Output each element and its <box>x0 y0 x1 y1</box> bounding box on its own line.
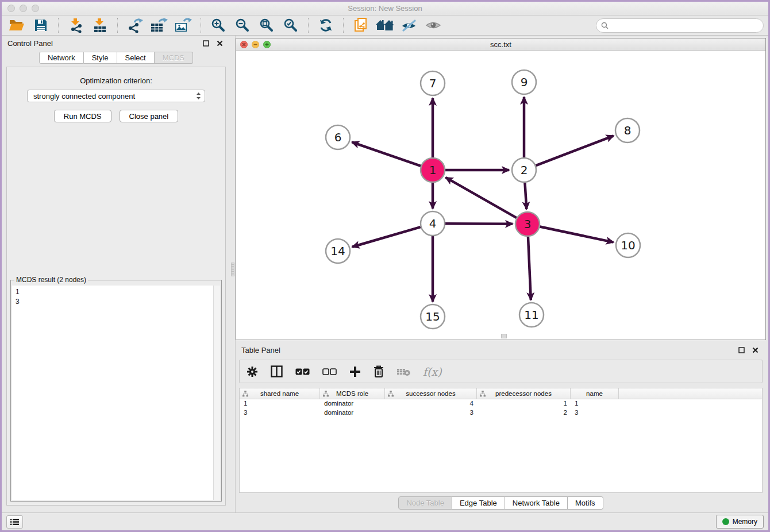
function-icon[interactable]: f(x) <box>423 365 442 378</box>
open-session-icon[interactable] <box>6 17 27 34</box>
zoom-window-icon[interactable] <box>32 5 39 12</box>
cell-shared-name[interactable]: 3 <box>240 408 320 418</box>
tab-mcds[interactable]: MCDS <box>155 52 193 64</box>
network-window: scc.txt 7968124314101511 <box>236 38 766 340</box>
export-table-icon[interactable] <box>149 17 170 34</box>
unselect-all-icon[interactable] <box>322 368 337 375</box>
cell-successor-nodes[interactable]: 3 <box>385 408 477 418</box>
graph-edge-4-14[interactable] <box>352 227 421 247</box>
graph-node-1[interactable]: 1 <box>421 158 445 182</box>
import-table-icon[interactable] <box>90 17 110 34</box>
zoom-in-icon[interactable] <box>208 17 229 34</box>
cell-name[interactable]: 1 <box>571 399 619 408</box>
graph-node-2[interactable]: 2 <box>512 158 536 182</box>
refresh-icon[interactable] <box>315 17 336 34</box>
delete-table-icon[interactable] <box>396 367 410 376</box>
column-header-MCDS-role[interactable]: MCDS role <box>320 388 385 399</box>
close-table-panel-icon[interactable] <box>750 345 760 355</box>
column-header-successor-nodes[interactable]: successor nodes <box>385 388 477 399</box>
tab-network-table[interactable]: Network Table <box>505 496 568 510</box>
run-mcds-button[interactable]: Run MCDS <box>54 110 111 122</box>
close-panel-button[interactable]: Close panel <box>120 110 179 122</box>
cell-predecessor-nodes[interactable]: 2 <box>477 408 571 418</box>
graph-edge-2-8[interactable] <box>536 136 614 165</box>
graph-node-7[interactable]: 7 <box>421 71 445 95</box>
memory-label: Memory <box>733 518 757 526</box>
close-window-icon[interactable] <box>7 5 15 12</box>
graph-node-4[interactable]: 4 <box>421 211 445 236</box>
network-document-icon[interactable] <box>351 17 371 34</box>
column-header-shared-name[interactable]: shared name <box>240 388 320 399</box>
columns-icon[interactable] <box>271 365 283 377</box>
delete-row-icon[interactable] <box>374 365 384 377</box>
search-field-wrap <box>596 18 764 33</box>
tab-network[interactable]: Network <box>39 52 84 64</box>
divider-grip-icon[interactable] <box>231 263 234 276</box>
window-traffic-lights[interactable] <box>7 5 39 12</box>
graph-node-11[interactable]: 11 <box>519 303 544 327</box>
cell-predecessor-nodes[interactable]: 1 <box>477 399 571 408</box>
graph-node-8[interactable]: 8 <box>615 118 640 142</box>
float-table-panel-icon[interactable] <box>736 345 746 355</box>
tab-node-table[interactable]: Node Table <box>398 496 452 510</box>
graph-node-9[interactable]: 9 <box>512 70 536 94</box>
show-eye-icon[interactable] <box>423 17 444 34</box>
zoom-selected-icon[interactable] <box>280 17 301 34</box>
tab-select[interactable]: Select <box>117 52 155 64</box>
tab-edge-table[interactable]: Edge Table <box>452 496 505 510</box>
network-canvas[interactable]: 7968124314101511 <box>236 51 765 340</box>
add-row-icon[interactable] <box>349 366 361 377</box>
result-scrollbar[interactable] <box>213 286 220 500</box>
graph-edge-1-6[interactable] <box>352 142 421 165</box>
graph-edge-2-3[interactable] <box>525 183 526 209</box>
tab-style[interactable]: Style <box>84 52 117 64</box>
table-row[interactable]: 3dominator323 <box>240 408 762 418</box>
graph-node-14[interactable]: 14 <box>326 239 350 263</box>
main-toolbar <box>2 16 768 36</box>
graph-node-15[interactable]: 15 <box>421 304 445 329</box>
graph-node-10[interactable]: 10 <box>616 233 640 257</box>
column-header-name[interactable]: name <box>571 388 619 399</box>
column-header-predecessor-nodes[interactable]: predecessor nodes <box>477 388 571 399</box>
cell-name[interactable]: 3 <box>571 408 619 418</box>
status-bar: Memory <box>2 512 768 530</box>
import-network-icon[interactable] <box>66 17 86 34</box>
task-history-icon[interactable] <box>6 515 23 529</box>
export-network-icon[interactable] <box>125 17 145 34</box>
minimize-window-icon[interactable] <box>20 5 27 12</box>
cell-MCDS-role[interactable]: dominator <box>320 408 385 418</box>
graph-edge-3-1[interactable] <box>446 178 517 218</box>
search-input[interactable] <box>596 18 764 33</box>
canvas-scroll-thumb[interactable] <box>501 334 507 338</box>
export-image-icon[interactable] <box>173 17 194 34</box>
float-panel-icon[interactable] <box>201 38 211 48</box>
zoom-fit-icon[interactable] <box>256 17 277 34</box>
network-window-titlebar[interactable]: scc.txt <box>236 38 765 51</box>
cell-shared-name[interactable]: 1 <box>240 399 320 408</box>
table-body: 1dominator4113dominator323 <box>240 399 762 492</box>
cell-MCDS-role[interactable]: dominator <box>320 399 385 408</box>
graph-edge-3-11[interactable] <box>528 237 531 300</box>
hide-eye-icon[interactable] <box>399 17 419 34</box>
criterion-select[interactable]: strongly connected component <box>27 90 205 102</box>
table-row[interactable]: 1dominator411 <box>240 399 762 408</box>
graph-edge-4-3[interactable] <box>445 223 513 224</box>
close-network-icon[interactable] <box>240 41 248 48</box>
houses-icon[interactable] <box>375 17 395 34</box>
panel-divider[interactable] <box>230 36 236 512</box>
save-session-icon[interactable] <box>30 17 51 34</box>
cell-successor-nodes[interactable]: 4 <box>385 399 477 408</box>
graph-node-6[interactable]: 6 <box>326 125 350 149</box>
zoom-out-icon[interactable] <box>232 17 253 34</box>
select-all-icon[interactable] <box>295 368 310 375</box>
tab-motifs[interactable]: Motifs <box>568 496 603 510</box>
memory-button[interactable]: Memory <box>716 515 764 529</box>
search-icon <box>601 22 609 29</box>
graph-edge-3-10[interactable] <box>540 227 614 242</box>
gear-icon[interactable] <box>247 366 258 377</box>
minimize-network-icon[interactable] <box>252 41 259 48</box>
graph-node-3[interactable]: 3 <box>515 212 540 236</box>
titlebar: Session: New Session <box>2 2 768 16</box>
close-panel-icon[interactable] <box>214 38 225 48</box>
zoom-network-icon[interactable] <box>263 41 271 48</box>
